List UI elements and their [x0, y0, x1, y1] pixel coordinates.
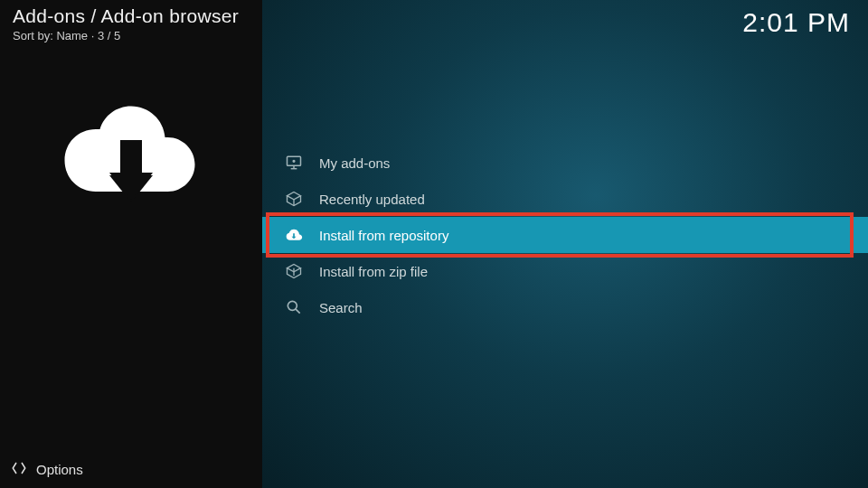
menu-item-install-from-zip[interactable]: Install from zip file [262, 253, 868, 289]
main-panel: 2:01 PM My add-ons Recently updated [262, 0, 868, 488]
cloud-download-icon [63, 86, 199, 221]
options-icon [11, 460, 27, 479]
menu-item-label: Install from repository [319, 228, 448, 243]
box-icon [285, 190, 303, 208]
svg-point-9 [288, 301, 297, 310]
clock: 2:01 PM [742, 7, 850, 38]
sort-prefix: Sort by: [13, 29, 53, 42]
menu-item-label: Search [319, 300, 363, 315]
zip-icon [285, 262, 303, 280]
menu-item-label: Recently updated [319, 192, 425, 207]
menu-item-my-addons[interactable]: My add-ons [262, 145, 868, 181]
sort-value: Name [56, 29, 88, 42]
options-button[interactable]: Options [11, 460, 83, 479]
menu-item-recently-updated[interactable]: Recently updated [262, 181, 868, 217]
header-block: Add-ons / Add-on browser Sort by: Name ·… [13, 5, 239, 42]
search-icon [285, 298, 303, 316]
menu-list: My add-ons Recently updated Install from… [262, 145, 868, 325]
monitor-icon [285, 154, 303, 172]
sidebar: Add-ons / Add-on browser Sort by: Name ·… [0, 0, 262, 488]
menu-item-install-from-repository[interactable]: Install from repository [262, 217, 868, 253]
breadcrumb: Add-ons / Add-on browser [13, 5, 239, 27]
svg-line-10 [296, 309, 300, 314]
svg-point-7 [293, 161, 295, 163]
menu-item-label: Install from zip file [319, 264, 428, 279]
options-label: Options [36, 462, 83, 477]
sort-sep: · [91, 29, 98, 42]
sort-position: 3 / 5 [98, 29, 120, 42]
sort-line: Sort by: Name · 3 / 5 [13, 29, 239, 42]
menu-item-label: My add-ons [319, 155, 390, 171]
menu-item-search[interactable]: Search [262, 289, 868, 325]
cloud-down-icon [285, 226, 303, 244]
